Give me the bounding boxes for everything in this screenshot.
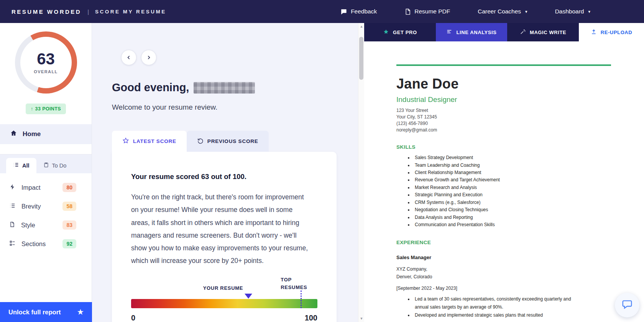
unlock-label: Unlock full report [8, 309, 61, 316]
feedback-chat-icon [340, 8, 347, 15]
wand-icon [520, 29, 526, 36]
layout-list-icon [9, 240, 16, 248]
star-outline-icon [122, 137, 129, 145]
scrollbar-thumb[interactable] [359, 37, 363, 80]
resume-top-rule [396, 64, 611, 66]
contact-city: Your City, ST 12345 [396, 114, 644, 120]
skills-heading: SKILLS [396, 144, 644, 150]
overall-score-label: OVERALL [34, 69, 58, 74]
review-panel: Good evening, Welcome to your resume rev… [92, 23, 364, 322]
nav-career-coaches-label: Career Coaches [478, 8, 521, 15]
category-sections[interactable]: Sections 92 [8, 236, 84, 252]
category-score-badge: 58 [62, 202, 76, 211]
tab-all-label: All [22, 163, 30, 169]
category-impact[interactable]: Impact 80 [8, 179, 84, 196]
tab-to-do[interactable]: To Do [36, 158, 74, 173]
scroll-down-arrow[interactable]: ▼ [358, 317, 364, 320]
lines-icon [446, 29, 452, 36]
experience-company: XYZ Company, [396, 265, 644, 273]
top-navbar: RESUME WORDED | SCORE MY RESUME Feedback… [0, 0, 644, 23]
chat-support-button[interactable] [615, 293, 639, 317]
lines-icon [9, 202, 16, 210]
content-row: 63 OVERALL ↑ 33 POINTS Home [0, 23, 644, 322]
greeting-heading: Good evening, [112, 81, 364, 94]
contact-email: noreply@gmail.com [396, 127, 644, 133]
list-icon [13, 162, 19, 169]
meter-min-label: 0 [131, 314, 135, 322]
magic-write-label: MAGIC WRITE [530, 30, 566, 35]
star-icon [383, 29, 389, 36]
score-tabs: LATEST SCORE PREVIOUS SCORE [112, 131, 364, 152]
nav-feedback[interactable]: Feedback [340, 8, 377, 15]
resume-toolbar: GET PRO LINE ANALYSIS MAGIC WRITE [364, 23, 644, 41]
category-label: Brevity [21, 203, 41, 210]
resume-job-title: Industrial Designer [396, 95, 644, 104]
category-score-badge: 92 [62, 239, 76, 248]
score-gradient-bar [131, 299, 317, 308]
category-style[interactable]: Style 83 [8, 217, 84, 233]
skill-item: Communication and Presentation Skills [413, 221, 588, 228]
next-page-button[interactable] [141, 50, 156, 65]
line-analysis-button[interactable]: LINE ANALYSIS [436, 23, 508, 41]
sidebar-home-label: Home [23, 130, 41, 138]
skill-item: Team Leadership and Coaching [413, 162, 588, 169]
category-label: Impact [21, 184, 41, 191]
skill-item: Strategic Planning and Execution [413, 191, 588, 199]
tab-previous-score-label: PREVIOUS SCORE [207, 138, 258, 144]
points-gain-label: 33 POINTS [35, 106, 61, 112]
top-resumes-label: TOP RESUMES [281, 276, 310, 292]
resume-contact-block: 123 Your Street Your City, ST 12345 (123… [396, 107, 644, 133]
skill-item: Negotiation and Closing Techniques [413, 206, 588, 214]
nav-dashboard[interactable]: Dashboard ▾ [555, 8, 590, 15]
scrollbar-track[interactable]: ▲ ▼ [358, 23, 364, 322]
prev-page-button[interactable] [121, 50, 136, 65]
score-headline: Your resume scored 63 out of 100. [131, 172, 317, 181]
brand-logo[interactable]: RESUME WORDED [12, 8, 81, 15]
re-upload-button[interactable]: RE-UPLOAD [579, 23, 644, 41]
document-icon [9, 221, 15, 229]
blurred-user-name [194, 82, 255, 94]
tab-previous-score[interactable]: PREVIOUS SCORE [187, 131, 269, 152]
get-pro-label: GET PRO [393, 30, 417, 35]
unlock-full-report-button[interactable]: Unlock full report ★ [0, 302, 92, 322]
tab-all[interactable]: All [6, 158, 36, 173]
sidebar-item-home[interactable]: Home [0, 124, 92, 144]
greeting-text: Good evening, [112, 81, 189, 94]
magic-write-button[interactable]: MAGIC WRITE [507, 23, 579, 41]
skill-item: Client Relationship Management [413, 169, 588, 176]
app-root: RESUME WORDED | SCORE MY RESUME Feedback… [0, 0, 644, 322]
experience-bullet: Developed and implemented strategic sale… [413, 311, 577, 319]
resume-name: Jane Doe [396, 76, 644, 92]
star-icon: ★ [77, 308, 84, 316]
nav-career-coaches[interactable]: Career Coaches ▾ [478, 8, 527, 15]
nav-resume-pdf[interactable]: Resume PDF [404, 8, 450, 15]
your-resume-marker [245, 294, 252, 299]
skill-item: Market Research and Analysis [413, 184, 588, 191]
score-paragraph: You're on the right track, but there's r… [131, 191, 308, 268]
points-gain-badge: ↑ 33 POINTS [26, 104, 66, 114]
category-brevity[interactable]: Brevity 58 [8, 198, 84, 214]
sidebar: 63 OVERALL ↑ 33 POINTS Home [0, 23, 92, 322]
tab-to-do-label: To Do [52, 163, 67, 169]
experience-heading: EXPERIENCE [396, 240, 644, 245]
your-resume-label: YOUR RESUME [203, 285, 243, 291]
get-pro-button[interactable]: GET PRO [364, 23, 436, 41]
experience-location: Denver, Colorado [396, 273, 644, 281]
skill-item: Revenue Growth and Target Achievement [413, 176, 588, 184]
contact-phone: (123) 456-7890 [396, 120, 644, 127]
skill-item: Sales Strategy Development [413, 154, 588, 161]
clipboard-icon [43, 162, 49, 169]
nav-resume-pdf-label: Resume PDF [414, 8, 450, 15]
tab-latest-score[interactable]: LATEST SCORE [112, 131, 187, 152]
meter-scale: 0 100 [131, 314, 317, 322]
pager-controls [121, 50, 364, 65]
pdf-file-icon [404, 8, 411, 15]
experience-bullets: Led a team of 30 sales representatives, … [396, 295, 577, 319]
score-gauge-wrap: 63 OVERALL ↑ 33 POINTS [0, 23, 92, 114]
overall-score-value: 63 [37, 51, 55, 67]
chevron-down-icon: ▾ [588, 9, 590, 14]
scroll-up-arrow[interactable]: ▲ [358, 25, 364, 28]
chevron-down-icon: ▾ [525, 9, 527, 14]
experience-bullet: Led a team of 30 sales representatives, … [413, 295, 577, 311]
score-meter: YOUR RESUME TOP RESUMES [131, 299, 317, 308]
